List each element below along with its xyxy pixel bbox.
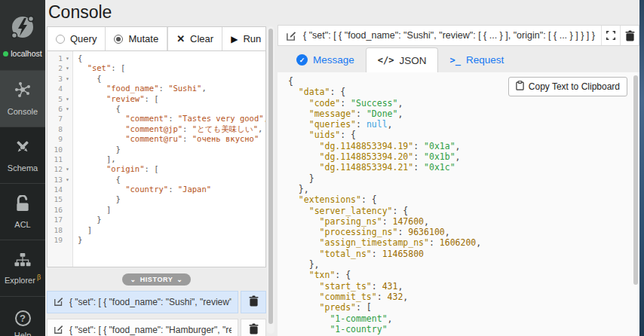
line-number: 12 [48, 164, 63, 174]
delete-result-button[interactable] [620, 26, 639, 45]
edit-icon[interactable] [286, 30, 297, 41]
fold-gutter [63, 124, 72, 134]
pencils-icon [14, 138, 32, 159]
sidebar-item-help[interactable]: ? Help [0, 296, 45, 336]
code-line: "comment": "Tastes very good", [72, 114, 266, 124]
code-brackets-icon: </> [378, 55, 394, 66]
sitemap-icon [14, 252, 32, 271]
query-mode-radio[interactable]: Query [48, 27, 106, 50]
history-item-text: { "set": [ { "food_name": "Sushi", "revi… [69, 297, 232, 307]
run-button-label: Run [243, 33, 261, 44]
beta-badge: β [37, 273, 41, 281]
connection-host-label: localhost [11, 49, 41, 58]
fold-toggle-icon[interactable]: ▾ [63, 63, 72, 73]
code-line: } [72, 235, 82, 245]
fold-gutter [63, 235, 72, 245]
mutation-code-editor[interactable]: 1▾{2▾ "set": [3▾ {4 "food_name": "Sushi"… [47, 51, 266, 267]
lock-icon [14, 195, 31, 215]
code-line: "country": "Japan" [72, 185, 211, 194]
json-response-lines: { "data": { "code": "Success", "message"… [278, 72, 639, 334]
connection-status-dot [3, 51, 8, 57]
fold-toggle-icon[interactable]: ▾ [63, 164, 72, 174]
fold-toggle-icon[interactable]: ▾ [63, 175, 72, 185]
radio-unselected-icon[interactable] [56, 35, 65, 44]
sidebar: localhost Console Schema ACL [0, 0, 45, 336]
code-line: } [72, 194, 121, 204]
tab-json[interactable]: </> JSON [366, 47, 439, 72]
code-line: ] [72, 225, 92, 235]
fold-toggle-icon[interactable]: ▾ [63, 94, 72, 104]
scrollbar-thumb[interactable] [268, 29, 273, 324]
history-item-hamburger[interactable]: { "set": [ { "food_name": "Hamburger", "… [47, 319, 238, 336]
line-number: 1 [48, 53, 63, 63]
tab-label: JSON [399, 55, 426, 66]
edit-icon [54, 324, 64, 336]
tab-message[interactable]: ✓ Message [285, 47, 366, 72]
line-number: 8 [48, 124, 63, 134]
history-item: { "set": [ { "food_name": "Hamburger", "… [47, 319, 266, 336]
code-line: } [72, 145, 121, 154]
history-delete-button[interactable] [241, 291, 266, 313]
chevron-down-icon: ⌄ [130, 276, 136, 283]
fold-toggle-icon[interactable]: ▾ [63, 53, 72, 63]
line-number: 13 [48, 175, 63, 185]
fold-toggle-icon[interactable]: ▾ [63, 104, 72, 114]
expand-button[interactable] [601, 26, 620, 45]
code-line: "review": [ [72, 94, 158, 104]
line-number: 11 [48, 154, 63, 164]
sidebar-item-explorer[interactable]: Explorer β [0, 240, 45, 296]
history-delete-button[interactable] [241, 319, 266, 336]
mutate-mode-radio[interactable]: Mutate [106, 27, 167, 50]
line-number: 19 [48, 235, 63, 245]
tab-request[interactable]: >_ Request [438, 47, 515, 72]
copy-to-clipboard-button[interactable]: Copy Text to Clipboard [508, 77, 627, 96]
query-mode-label: Query [70, 33, 97, 44]
fold-gutter [63, 84, 72, 93]
clear-button[interactable]: ✕ Clear [168, 27, 222, 50]
trash-icon [249, 323, 259, 336]
page-title: Console [48, 2, 112, 23]
code-line: ] [72, 205, 111, 215]
run-button[interactable]: ▶ Run [222, 27, 269, 50]
fold-gutter [63, 145, 72, 154]
tab-label: Message [313, 54, 354, 66]
fold-toggle-icon[interactable]: ▾ [63, 74, 72, 84]
left-panel-scrollbar[interactable] [267, 26, 274, 334]
code-line: { [72, 104, 121, 114]
code-line: "comment@jp": "とても美味しい", [72, 124, 262, 134]
fold-gutter [63, 185, 72, 194]
connection-block[interactable]: localhost [0, 0, 45, 70]
clipboard-icon [516, 81, 524, 93]
copy-button-label: Copy Text to Clipboard [529, 81, 620, 92]
sidebar-item-label: Help [14, 331, 32, 336]
chevron-down-icon: ⌄ [176, 276, 182, 283]
radio-selected-icon[interactable] [114, 35, 123, 44]
run-play-icon: ▶ [231, 34, 238, 44]
history-item: { "set": [ { "food_name": "Sushi", "revi… [47, 291, 266, 313]
sidebar-item-schema[interactable]: Schema [0, 127, 45, 183]
gutter-divider [72, 51, 73, 267]
sidebar-item-console[interactable]: Console [0, 70, 45, 127]
line-number: 17 [48, 215, 63, 225]
line-number: 15 [48, 194, 63, 204]
sidebar-item-label: Console [8, 107, 38, 116]
code-line: "comment@ru": "очень вкусно" [72, 134, 259, 144]
request-summary-text: { "set": [ { "food_name": "Sushi", "revi… [303, 30, 601, 41]
code-line: { [72, 53, 82, 63]
fold-gutter [63, 215, 72, 225]
fold-gutter [63, 225, 72, 235]
code-line: { [72, 74, 102, 84]
history-item-sushi[interactable]: { "set": [ { "food_name": "Sushi", "revi… [47, 291, 238, 313]
fold-gutter [63, 154, 72, 164]
fold-gutter [63, 194, 72, 204]
editor-toolbar: Query Mutate ✕ Clear ▶ Run [47, 26, 266, 51]
history-item-text: { "set": [ { "food_name": "Hamburger", "… [69, 325, 232, 335]
code-line: "origin": [ [72, 164, 158, 174]
response-scrollbar-thumb[interactable] [633, 75, 638, 285]
sidebar-item-acl[interactable]: ACL [0, 183, 45, 240]
fold-gutter [63, 205, 72, 215]
dgraph-logo-icon [8, 12, 38, 45]
line-number: 3 [48, 74, 63, 84]
history-toggle[interactable]: ⌄ HISTORY ⌄ [122, 273, 190, 286]
code-line: "food_name": "Sushi", [72, 84, 207, 93]
